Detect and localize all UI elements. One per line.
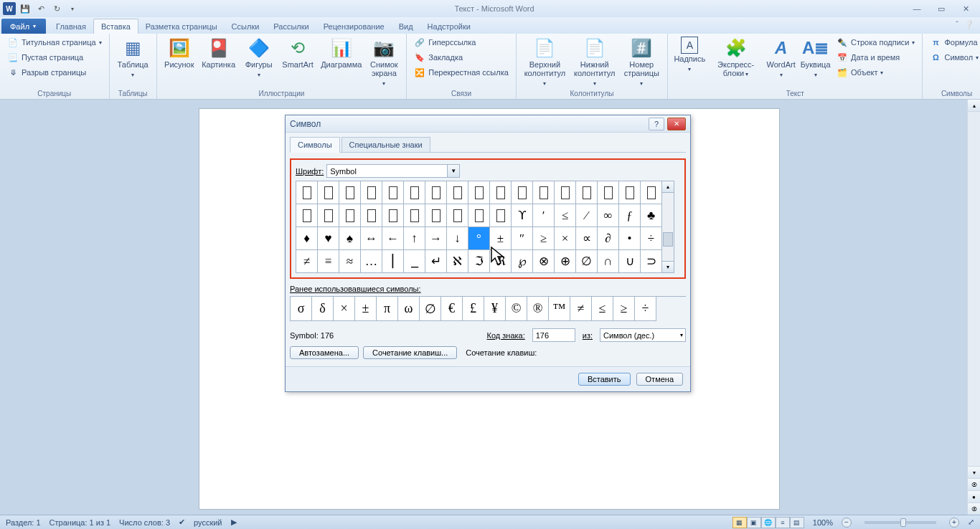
symbol-cell[interactable]: ϒ <box>512 204 533 227</box>
cancel-button[interactable]: Отмена <box>636 373 683 386</box>
recent-symbol-cell[interactable]: ± <box>355 297 377 321</box>
vertical-scrollbar[interactable]: ▴ ▾ ⦿ ● ⦿ <box>967 100 980 515</box>
smartart-button[interactable]: ⟲SmartArt <box>279 35 316 70</box>
symbol-cell[interactable] <box>425 204 447 227</box>
view-web[interactable]: 🌐 <box>761 517 776 528</box>
symbol-cell[interactable]: … <box>361 250 382 273</box>
tab-view[interactable]: Вид <box>392 19 420 34</box>
symbol-cell[interactable]: ♣ <box>641 204 662 227</box>
symbol-cell[interactable]: ⊕ <box>555 250 576 273</box>
symbol-cell[interactable]: ↓ <box>447 227 468 250</box>
spellcheck-icon[interactable]: ✔ <box>179 518 185 527</box>
symbol-cell[interactable]: → <box>425 227 447 250</box>
symbol-cell[interactable]: ° <box>468 227 490 250</box>
recent-symbol-cell[interactable]: × <box>334 297 355 321</box>
zoom-out-button[interactable]: − <box>842 518 852 528</box>
symbol-cell[interactable] <box>339 181 361 204</box>
insert-button[interactable]: Вставить <box>578 373 631 386</box>
recent-symbol-cell[interactable]: ™ <box>549 297 570 321</box>
status-section[interactable]: Раздел: 1 <box>6 518 41 527</box>
symbol-cell[interactable]: ♠ <box>339 227 361 250</box>
symbol-cell[interactable] <box>382 204 404 227</box>
crossref-button[interactable]: 🔀Перекрестная ссылка <box>411 65 512 80</box>
symbol-cell[interactable] <box>425 181 447 204</box>
grid-scrollbar[interactable]: ▴ ▾ <box>662 181 674 273</box>
symbol-cell[interactable]: ∅ <box>576 250 598 273</box>
symbol-cell[interactable]: ♥ <box>318 227 339 250</box>
symbol-cell[interactable]: ∪ <box>619 250 641 273</box>
symbol-cell[interactable] <box>296 204 318 227</box>
symbol-cell[interactable]: ≠ <box>296 250 318 273</box>
view-outline[interactable]: ≡ <box>776 517 790 528</box>
next-page-icon[interactable]: ⦿ <box>968 502 980 515</box>
qat-customize-icon[interactable]: ▾ <box>66 2 79 15</box>
view-draft[interactable]: ▤ <box>790 517 804 528</box>
redo-icon[interactable]: ↻ <box>50 2 63 15</box>
tab-review[interactable]: Рецензирование <box>316 19 392 34</box>
recent-symbol-cell[interactable]: € <box>441 297 463 321</box>
symbol-cell[interactable]: ⁄ <box>576 204 598 227</box>
autocorrect-button[interactable]: Автозамена... <box>290 346 359 359</box>
dialog-help-button[interactable]: ? <box>649 118 664 130</box>
symbol-cell[interactable] <box>512 181 533 204</box>
symbol-button[interactable]: ΩСимвол <box>927 50 980 65</box>
symbol-cell[interactable]: ′ <box>533 204 555 227</box>
symbol-cell[interactable] <box>318 181 339 204</box>
grid-scroll-up-icon[interactable]: ▴ <box>662 181 674 193</box>
symbol-cell[interactable] <box>468 181 490 204</box>
symbol-cell[interactable]: ↑ <box>404 227 425 250</box>
help-icon[interactable]: ❔ <box>964 20 974 29</box>
symbol-cell[interactable] <box>598 181 619 204</box>
dialog-tab-special[interactable]: Специальные знаки <box>341 137 430 152</box>
tab-home[interactable]: Главная <box>49 19 93 34</box>
scroll-down-icon[interactable]: ▾ <box>968 466 980 478</box>
recent-symbol-cell[interactable]: ® <box>527 297 549 321</box>
shortcut-button[interactable]: Сочетание клавиш... <box>363 346 457 359</box>
macro-icon[interactable]: ▶ <box>231 518 237 527</box>
recent-symbol-cell[interactable]: ∅ <box>420 297 441 321</box>
grid-scroll-thumb[interactable] <box>663 232 673 247</box>
word-icon[interactable]: W <box>3 2 16 15</box>
tab-insert[interactable]: Вставка <box>93 19 138 34</box>
symbol-cell[interactable]: ƒ <box>619 204 641 227</box>
tab-mailings[interactable]: Рассылки <box>266 19 316 34</box>
table-button[interactable]: ▦ Таблица <box>114 35 152 80</box>
maximize-button[interactable]: ▭ <box>934 3 948 14</box>
symbol-cell[interactable]: ∩ <box>598 250 619 273</box>
recent-symbol-cell[interactable]: σ <box>291 297 312 321</box>
symbol-cell[interactable]: ↔ <box>361 227 382 250</box>
zoom-thumb[interactable] <box>900 518 906 527</box>
symbol-cell[interactable] <box>361 204 382 227</box>
grid-scroll-down-icon[interactable]: ▾ <box>662 261 674 272</box>
symbol-cell[interactable] <box>404 181 425 204</box>
symbol-cell[interactable]: • <box>619 227 641 250</box>
recent-symbol-cell[interactable]: ÷ <box>635 297 656 321</box>
save-icon[interactable]: 💾 <box>19 2 32 15</box>
view-print-layout[interactable]: ▦ <box>732 517 747 528</box>
symbol-cell[interactable] <box>382 181 404 204</box>
bookmark-button[interactable]: 🔖Закладка <box>411 50 512 65</box>
zoom-percent[interactable]: 100% <box>813 518 833 527</box>
symbol-cell[interactable]: ≡ <box>318 250 339 273</box>
status-language[interactable]: русский <box>194 518 222 527</box>
screenshot-button[interactable]: 📷Снимок экрана <box>366 35 402 89</box>
status-page[interactable]: Страница: 1 из 1 <box>50 518 111 527</box>
cover-page-button[interactable]: 📄Титульная страница <box>4 35 105 49</box>
symbol-cell[interactable]: ⊗ <box>533 250 555 273</box>
symbol-cell[interactable]: ← <box>382 227 404 250</box>
dialog-tab-symbols[interactable]: Символы <box>290 137 340 153</box>
dropcap-button[interactable]: A≣Буквица <box>798 35 832 80</box>
recent-symbol-cell[interactable]: ≤ <box>592 297 613 321</box>
dialog-titlebar[interactable]: Символ ? ✕ <box>286 115 690 133</box>
recent-symbol-cell[interactable]: © <box>506 297 527 321</box>
symbol-cell[interactable] <box>490 204 512 227</box>
tab-layout[interactable]: Разметка страницы <box>138 19 225 34</box>
symbol-cell[interactable] <box>339 204 361 227</box>
symbol-cell[interactable] <box>619 181 641 204</box>
browse-object-icon[interactable]: ● <box>968 490 980 502</box>
symbol-cell[interactable] <box>447 181 468 204</box>
code-input[interactable] <box>532 328 575 342</box>
recent-symbol-cell[interactable]: π <box>377 297 398 321</box>
clipart-button[interactable]: 🎴Картинка <box>199 35 238 70</box>
symbol-cell[interactable] <box>361 181 382 204</box>
